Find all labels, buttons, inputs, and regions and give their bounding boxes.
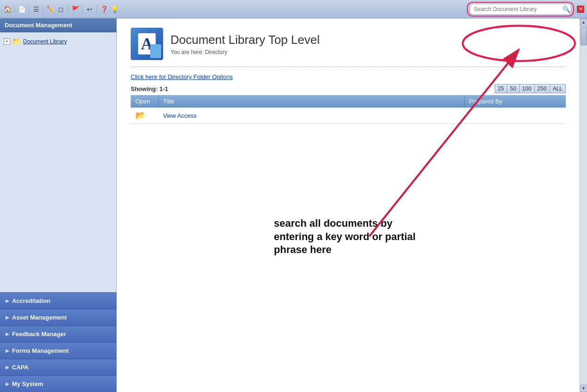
search-area: 🔍 ✕ [467,2,584,17]
page-title-area: Document Library Top Level You are here:… [170,33,320,55]
home-icon[interactable]: 🏠 [3,5,12,14]
breadcrumb: You are here: Directory [170,49,320,55]
row-title-link[interactable]: View Access [163,112,197,119]
search-wrapper: 🔍 [467,2,574,17]
scrollbar-down-button[interactable]: ▼ [580,385,587,392]
scrollbar-track [580,26,587,385]
sidebar-item-forms-management[interactable]: ▶ Forms Management [0,342,116,359]
toolbar-separator-3 [43,5,43,13]
edit-icon[interactable]: ✏️ [46,5,55,14]
undo-icon[interactable]: ↩ [85,5,94,14]
sidebar-nav: ▶ Accreditation ▶ Asset Management ▶ Fee… [0,292,116,392]
sidebar-item-label-my-system: My System [12,380,43,387]
showing-range: 1-1 [159,85,168,92]
nav-arrow-my-system: ▶ [6,381,9,386]
folder-icon: 📁 [12,37,21,46]
col-open: Open [131,95,158,108]
table-header-row: Open Title Prepared By [131,95,566,108]
page-size-100[interactable]: 100 [519,84,534,93]
sidebar-item-label-asset-management: Asset Management [12,314,67,321]
row-folder-icon: 📂 [135,111,145,120]
scrollbar-thumb[interactable] [581,27,587,45]
row-prepared-cell [464,108,566,124]
directory-link[interactable]: Click here for Directory Folder Options [131,73,233,80]
showing-label: Showing: [131,85,158,92]
toolbar-separator-6 [97,5,97,13]
content-inner: A Document Library Top Level You are her… [117,18,580,133]
sidebar-header: Document Management [0,18,116,32]
main-layout: Document Management + 📁 Document Library… [0,18,587,392]
page-size-buttons: 25 50 100 250 ALL [495,84,566,93]
col-title: Title [158,95,464,108]
toolbar-separator-5 [82,5,83,13]
sidebar-item-accreditation[interactable]: ▶ Accreditation [0,292,116,309]
sidebar-item-my-system[interactable]: ▶ My System [0,375,116,392]
showing-text: Showing: 1-1 [131,85,168,92]
annotation-text: search all documents byentering a key wo… [274,217,416,257]
nav-arrow-accreditation: ▶ [6,298,9,303]
sidebar-tree: + 📁 Document Library [0,32,116,292]
document-table: Open Title Prepared By 📂 View Access [131,95,566,124]
flag-icon[interactable]: 🚩 [71,5,80,14]
row-title-cell: View Access [158,108,464,124]
scrollbar-up-button[interactable]: ▲ [580,18,587,26]
search-button[interactable]: 🔍 [563,6,570,13]
page-header: A Document Library Top Level You are her… [131,28,566,60]
page-icon[interactable]: 📄 [17,5,26,14]
nav-arrow-capa: ▶ [6,365,9,370]
page-size-250[interactable]: 250 [534,84,550,93]
info-icon[interactable]: 💡 [110,5,119,14]
sidebar-item-label-feedback-manager: Feedback Manager [12,331,66,338]
toolbar-separator-4 [68,5,68,13]
page-size-25[interactable]: 25 [495,84,507,93]
page-title: Document Library Top Level [170,33,320,47]
sidebar-item-label-capa: CAPA [12,364,29,371]
toolbar-separator-1 [14,5,15,13]
nav-arrow-forms-management: ▶ [6,348,9,353]
sidebar-title: Document Management [5,22,73,29]
sidebar-item-asset-management[interactable]: ▶ Asset Management [0,309,116,326]
toolbar: 🏠 📄 ☰ ✏️ ◻ 🚩 ↩ ❓ 💡 🔍 ✕ [0,0,587,18]
showing-bar: Showing: 1-1 25 50 100 250 ALL [131,84,566,93]
nav-arrow-feedback-manager: ▶ [6,332,9,337]
help-icon[interactable]: ❓ [99,5,109,14]
table-row: 📂 View Access [131,108,566,124]
sidebar-item-label-accreditation: Accreditation [12,297,50,304]
row-open-cell: 📂 [131,108,158,124]
list-icon[interactable]: ☰ [31,5,41,14]
sidebar-item-capa[interactable]: ▶ CAPA [0,359,116,375]
tree-expand-icon[interactable]: + [4,38,10,45]
nav-arrow-asset-management: ▶ [6,315,9,320]
header-icon: A [131,28,163,60]
shapes-icon[interactable]: ◻ [56,5,66,14]
col-prepared-by: Prepared By [464,95,566,108]
sidebar-item-label-forms-management: Forms Management [12,347,69,354]
tree-item-document-library[interactable]: + 📁 Document Library [0,35,116,48]
divider-1 [131,66,566,67]
page-size-all[interactable]: ALL [550,84,566,93]
search-input[interactable] [470,4,571,15]
toolbar-separator-2 [29,5,29,13]
tree-item-label[interactable]: Document Library [23,38,67,45]
toolbar-icons: 🏠 📄 ☰ ✏️ ◻ 🚩 ↩ ❓ 💡 [3,5,465,14]
sidebar: Document Management + 📁 Document Library… [0,18,117,392]
close-button[interactable]: ✕ [577,6,584,13]
content-area: A Document Library Top Level You are her… [117,18,580,392]
header-icon-doc [150,44,161,58]
sidebar-item-feedback-manager[interactable]: ▶ Feedback Manager [0,326,116,342]
page-size-50[interactable]: 50 [507,84,519,93]
right-scrollbar: ▲ ▼ [580,18,587,392]
